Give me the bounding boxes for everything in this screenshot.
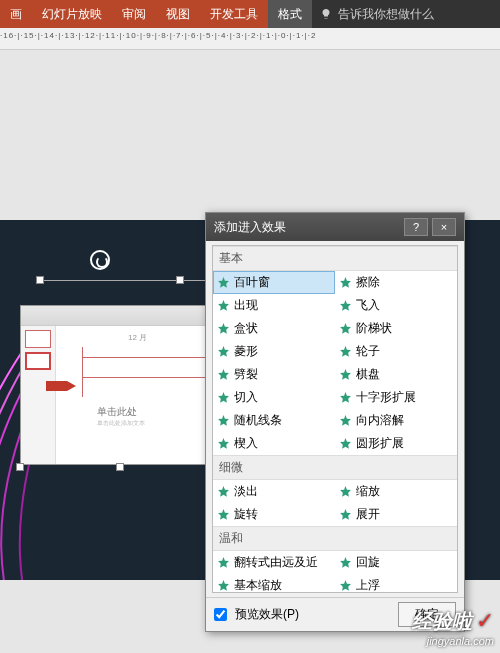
effect-item[interactable]: 十字形扩展 <box>335 386 457 409</box>
effect-label: 向内溶解 <box>356 412 404 429</box>
effect-item[interactable]: 盒状 <box>213 317 335 340</box>
embedded-thumb <box>25 352 51 370</box>
effect-label: 轮子 <box>356 343 380 360</box>
watermark: 经验啦✓ jingyanla.com <box>412 608 494 647</box>
add-entrance-effect-dialog: 添加进入效果 ? × 基本百叶窗擦除出现飞入盒状阶梯状菱形轮子劈裂棋盘切入十字形… <box>205 212 465 632</box>
embedded-thumbnail-pane <box>21 326 56 464</box>
effect-label: 出现 <box>234 297 258 314</box>
effect-label: 飞入 <box>356 297 380 314</box>
tell-me-search[interactable]: 告诉我你想做什么 <box>312 0 442 28</box>
effect-item[interactable]: 切入 <box>213 386 335 409</box>
effect-item[interactable]: 棋盘 <box>335 363 457 386</box>
effect-item[interactable]: 圆形扩展 <box>335 432 457 455</box>
star-icon <box>339 368 352 381</box>
effect-item[interactable]: 百叶窗 <box>213 271 335 294</box>
effect-list[interactable]: 基本百叶窗擦除出现飞入盒状阶梯状菱形轮子劈裂棋盘切入十字形扩展随机线条向内溶解楔… <box>212 245 458 593</box>
star-icon <box>339 579 352 592</box>
ribbon-tab-anim[interactable]: 画 <box>0 0 32 28</box>
effect-item[interactable]: 缩放 <box>335 480 457 503</box>
effect-item[interactable]: 向内溶解 <box>335 409 457 432</box>
tell-me-placeholder: 告诉我你想做什么 <box>338 6 434 23</box>
effect-item[interactable]: 随机线条 <box>213 409 335 432</box>
effect-category-header: 细微 <box>213 455 457 480</box>
watermark-en: jingyanla.com <box>412 635 494 647</box>
effect-item[interactable]: 淡出 <box>213 480 335 503</box>
effect-label: 圆形扩展 <box>356 435 404 452</box>
effect-label: 菱形 <box>234 343 258 360</box>
effect-label: 百叶窗 <box>234 274 270 291</box>
selection-handle[interactable] <box>176 276 184 284</box>
effect-item[interactable]: 回旋 <box>335 551 457 574</box>
effect-item[interactable]: 旋转 <box>213 503 335 526</box>
embedded-month-label: 12 月 <box>62 332 213 343</box>
preview-label: 预览效果(P) <box>235 606 299 623</box>
watermark-cn: 经验啦 <box>412 610 472 632</box>
effect-item[interactable]: 菱形 <box>213 340 335 363</box>
star-icon <box>217 322 230 335</box>
effect-label: 切入 <box>234 389 258 406</box>
effect-label: 楔入 <box>234 435 258 452</box>
effect-item[interactable]: 翻转式由远及近 <box>213 551 335 574</box>
star-icon <box>217 437 230 450</box>
effect-item[interactable]: 展开 <box>335 503 457 526</box>
star-icon <box>339 276 352 289</box>
effect-label: 基本缩放 <box>234 577 282 593</box>
ribbon-tab-format[interactable]: 格式 <box>268 0 312 28</box>
effect-item[interactable]: 劈裂 <box>213 363 335 386</box>
effect-item[interactable]: 上浮 <box>335 574 457 593</box>
embedded-titlebar <box>21 306 219 326</box>
lightbulb-icon <box>320 8 332 20</box>
selection-handle[interactable] <box>116 463 124 471</box>
star-icon <box>217 508 230 521</box>
effect-label: 旋转 <box>234 506 258 523</box>
effect-label: 棋盘 <box>356 366 380 383</box>
star-icon <box>217 414 230 427</box>
red-arrow-icon <box>46 381 76 391</box>
embedded-chart-lines <box>82 347 213 397</box>
dialog-help-button[interactable]: ? <box>404 218 428 236</box>
effect-item[interactable]: 出现 <box>213 294 335 317</box>
effect-item[interactable]: 飞入 <box>335 294 457 317</box>
embedded-thumb <box>25 330 51 348</box>
star-icon <box>339 437 352 450</box>
horizontal-ruler[interactable]: ·16·|·15·|·14·|·13·|·12·|·11·|·10·|·9·|·… <box>0 28 500 50</box>
dialog-titlebar[interactable]: 添加进入效果 ? × <box>206 213 464 241</box>
star-icon <box>339 322 352 335</box>
star-icon <box>339 556 352 569</box>
selection-handle[interactable] <box>36 276 44 284</box>
effect-label: 擦除 <box>356 274 380 291</box>
ribbon-tab-slideshow[interactable]: 幻灯片放映 <box>32 0 112 28</box>
effect-label: 十字形扩展 <box>356 389 416 406</box>
effect-label: 阶梯状 <box>356 320 392 337</box>
ribbon-tab-review[interactable]: 审阅 <box>112 0 156 28</box>
ribbon-tab-view[interactable]: 视图 <box>156 0 200 28</box>
effect-item[interactable]: 楔入 <box>213 432 335 455</box>
embedded-main: 12 月 单击此处 单击此处添加文本 <box>56 326 219 464</box>
star-icon <box>217 391 230 404</box>
rotate-handle-icon[interactable] <box>90 250 110 270</box>
effect-label: 淡出 <box>234 483 258 500</box>
ruler-ticks: ·16·|·15·|·14·|·13·|·12·|·11·|·10·|·9·|·… <box>0 31 316 40</box>
star-icon <box>339 414 352 427</box>
effect-label: 随机线条 <box>234 412 282 429</box>
preview-checkbox[interactable] <box>214 608 227 621</box>
effect-item[interactable]: 轮子 <box>335 340 457 363</box>
star-icon <box>339 345 352 358</box>
star-icon <box>217 368 230 381</box>
ribbon-tab-developer[interactable]: 开发工具 <box>200 0 268 28</box>
selection-handle[interactable] <box>16 463 24 471</box>
effect-category-header: 基本 <box>213 246 457 271</box>
effect-label: 劈裂 <box>234 366 258 383</box>
effect-label: 盒状 <box>234 320 258 337</box>
dialog-title: 添加进入效果 <box>214 219 400 236</box>
effect-item[interactable]: 阶梯状 <box>335 317 457 340</box>
effect-item[interactable]: 基本缩放 <box>213 574 335 593</box>
embedded-sub-placeholder: 单击此处添加文本 <box>97 419 213 428</box>
star-icon <box>217 276 230 289</box>
embedded-object[interactable]: 12 月 单击此处 单击此处添加文本 <box>20 305 220 465</box>
embedded-placeholder: 单击此处 <box>97 405 213 419</box>
star-icon <box>217 556 230 569</box>
effect-item[interactable]: 擦除 <box>335 271 457 294</box>
dialog-close-button[interactable]: × <box>432 218 456 236</box>
star-icon <box>217 345 230 358</box>
